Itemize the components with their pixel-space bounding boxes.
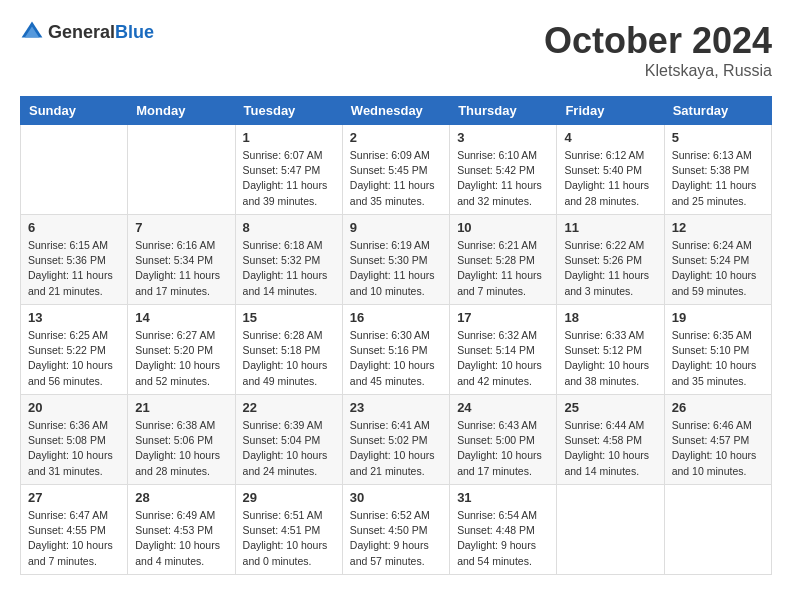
day-info: Sunrise: 6:44 AM Sunset: 4:58 PM Dayligh… <box>564 418 656 479</box>
week-row-4: 20Sunrise: 6:36 AM Sunset: 5:08 PM Dayli… <box>21 395 772 485</box>
day-number: 4 <box>564 130 656 145</box>
weekday-header-tuesday: Tuesday <box>235 97 342 125</box>
day-cell: 28Sunrise: 6:49 AM Sunset: 4:53 PM Dayli… <box>128 485 235 575</box>
day-info: Sunrise: 6:43 AM Sunset: 5:00 PM Dayligh… <box>457 418 549 479</box>
day-number: 29 <box>243 490 335 505</box>
logo-general: General <box>48 22 115 43</box>
day-info: Sunrise: 6:24 AM Sunset: 5:24 PM Dayligh… <box>672 238 764 299</box>
day-cell: 19Sunrise: 6:35 AM Sunset: 5:10 PM Dayli… <box>664 305 771 395</box>
day-info: Sunrise: 6:49 AM Sunset: 4:53 PM Dayligh… <box>135 508 227 569</box>
weekday-header-saturday: Saturday <box>664 97 771 125</box>
day-info: Sunrise: 6:33 AM Sunset: 5:12 PM Dayligh… <box>564 328 656 389</box>
day-number: 25 <box>564 400 656 415</box>
weekday-header-row: SundayMondayTuesdayWednesdayThursdayFrid… <box>21 97 772 125</box>
day-cell: 31Sunrise: 6:54 AM Sunset: 4:48 PM Dayli… <box>450 485 557 575</box>
day-cell: 2Sunrise: 6:09 AM Sunset: 5:45 PM Daylig… <box>342 125 449 215</box>
day-number: 31 <box>457 490 549 505</box>
day-number: 16 <box>350 310 442 325</box>
day-cell: 6Sunrise: 6:15 AM Sunset: 5:36 PM Daylig… <box>21 215 128 305</box>
day-info: Sunrise: 6:18 AM Sunset: 5:32 PM Dayligh… <box>243 238 335 299</box>
weekday-header-monday: Monday <box>128 97 235 125</box>
day-info: Sunrise: 6:39 AM Sunset: 5:04 PM Dayligh… <box>243 418 335 479</box>
calendar-table: SundayMondayTuesdayWednesdayThursdayFrid… <box>20 96 772 575</box>
day-number: 26 <box>672 400 764 415</box>
day-cell: 12Sunrise: 6:24 AM Sunset: 5:24 PM Dayli… <box>664 215 771 305</box>
day-info: Sunrise: 6:15 AM Sunset: 5:36 PM Dayligh… <box>28 238 120 299</box>
day-cell: 30Sunrise: 6:52 AM Sunset: 4:50 PM Dayli… <box>342 485 449 575</box>
day-cell: 9Sunrise: 6:19 AM Sunset: 5:30 PM Daylig… <box>342 215 449 305</box>
week-row-3: 13Sunrise: 6:25 AM Sunset: 5:22 PM Dayli… <box>21 305 772 395</box>
day-number: 24 <box>457 400 549 415</box>
day-cell: 20Sunrise: 6:36 AM Sunset: 5:08 PM Dayli… <box>21 395 128 485</box>
day-cell <box>557 485 664 575</box>
day-number: 30 <box>350 490 442 505</box>
logo-blue: Blue <box>115 22 154 43</box>
day-info: Sunrise: 6:46 AM Sunset: 4:57 PM Dayligh… <box>672 418 764 479</box>
day-number: 1 <box>243 130 335 145</box>
day-cell: 29Sunrise: 6:51 AM Sunset: 4:51 PM Dayli… <box>235 485 342 575</box>
day-cell: 5Sunrise: 6:13 AM Sunset: 5:38 PM Daylig… <box>664 125 771 215</box>
day-number: 14 <box>135 310 227 325</box>
day-number: 20 <box>28 400 120 415</box>
day-number: 7 <box>135 220 227 235</box>
day-cell: 7Sunrise: 6:16 AM Sunset: 5:34 PM Daylig… <box>128 215 235 305</box>
day-cell: 23Sunrise: 6:41 AM Sunset: 5:02 PM Dayli… <box>342 395 449 485</box>
weekday-header-sunday: Sunday <box>21 97 128 125</box>
day-info: Sunrise: 6:19 AM Sunset: 5:30 PM Dayligh… <box>350 238 442 299</box>
day-info: Sunrise: 6:35 AM Sunset: 5:10 PM Dayligh… <box>672 328 764 389</box>
day-info: Sunrise: 6:41 AM Sunset: 5:02 PM Dayligh… <box>350 418 442 479</box>
day-info: Sunrise: 6:47 AM Sunset: 4:55 PM Dayligh… <box>28 508 120 569</box>
day-info: Sunrise: 6:13 AM Sunset: 5:38 PM Dayligh… <box>672 148 764 209</box>
day-info: Sunrise: 6:52 AM Sunset: 4:50 PM Dayligh… <box>350 508 442 569</box>
day-info: Sunrise: 6:22 AM Sunset: 5:26 PM Dayligh… <box>564 238 656 299</box>
week-row-2: 6Sunrise: 6:15 AM Sunset: 5:36 PM Daylig… <box>21 215 772 305</box>
day-info: Sunrise: 6:54 AM Sunset: 4:48 PM Dayligh… <box>457 508 549 569</box>
day-cell: 18Sunrise: 6:33 AM Sunset: 5:12 PM Dayli… <box>557 305 664 395</box>
day-cell: 3Sunrise: 6:10 AM Sunset: 5:42 PM Daylig… <box>450 125 557 215</box>
day-cell: 16Sunrise: 6:30 AM Sunset: 5:16 PM Dayli… <box>342 305 449 395</box>
day-number: 18 <box>564 310 656 325</box>
day-info: Sunrise: 6:09 AM Sunset: 5:45 PM Dayligh… <box>350 148 442 209</box>
day-number: 6 <box>28 220 120 235</box>
day-number: 3 <box>457 130 549 145</box>
day-cell: 24Sunrise: 6:43 AM Sunset: 5:00 PM Dayli… <box>450 395 557 485</box>
day-number: 17 <box>457 310 549 325</box>
day-cell: 22Sunrise: 6:39 AM Sunset: 5:04 PM Dayli… <box>235 395 342 485</box>
weekday-header-wednesday: Wednesday <box>342 97 449 125</box>
day-info: Sunrise: 6:38 AM Sunset: 5:06 PM Dayligh… <box>135 418 227 479</box>
day-number: 10 <box>457 220 549 235</box>
day-cell <box>664 485 771 575</box>
weekday-header-friday: Friday <box>557 97 664 125</box>
page-header: General Blue October 2024 Kletskaya, Rus… <box>20 20 772 80</box>
logo: General Blue <box>20 20 154 44</box>
day-info: Sunrise: 6:25 AM Sunset: 5:22 PM Dayligh… <box>28 328 120 389</box>
day-cell: 1Sunrise: 6:07 AM Sunset: 5:47 PM Daylig… <box>235 125 342 215</box>
title-block: October 2024 Kletskaya, Russia <box>544 20 772 80</box>
day-cell: 11Sunrise: 6:22 AM Sunset: 5:26 PM Dayli… <box>557 215 664 305</box>
day-cell: 14Sunrise: 6:27 AM Sunset: 5:20 PM Dayli… <box>128 305 235 395</box>
day-number: 27 <box>28 490 120 505</box>
day-number: 5 <box>672 130 764 145</box>
day-info: Sunrise: 6:32 AM Sunset: 5:14 PM Dayligh… <box>457 328 549 389</box>
day-info: Sunrise: 6:36 AM Sunset: 5:08 PM Dayligh… <box>28 418 120 479</box>
day-number: 12 <box>672 220 764 235</box>
day-number: 19 <box>672 310 764 325</box>
day-cell: 26Sunrise: 6:46 AM Sunset: 4:57 PM Dayli… <box>664 395 771 485</box>
weekday-header-thursday: Thursday <box>450 97 557 125</box>
day-cell <box>128 125 235 215</box>
day-number: 28 <box>135 490 227 505</box>
day-number: 9 <box>350 220 442 235</box>
day-info: Sunrise: 6:21 AM Sunset: 5:28 PM Dayligh… <box>457 238 549 299</box>
day-cell: 15Sunrise: 6:28 AM Sunset: 5:18 PM Dayli… <box>235 305 342 395</box>
day-number: 22 <box>243 400 335 415</box>
week-row-1: 1Sunrise: 6:07 AM Sunset: 5:47 PM Daylig… <box>21 125 772 215</box>
day-cell: 4Sunrise: 6:12 AM Sunset: 5:40 PM Daylig… <box>557 125 664 215</box>
day-info: Sunrise: 6:51 AM Sunset: 4:51 PM Dayligh… <box>243 508 335 569</box>
week-row-5: 27Sunrise: 6:47 AM Sunset: 4:55 PM Dayli… <box>21 485 772 575</box>
day-info: Sunrise: 6:16 AM Sunset: 5:34 PM Dayligh… <box>135 238 227 299</box>
day-cell: 13Sunrise: 6:25 AM Sunset: 5:22 PM Dayli… <box>21 305 128 395</box>
day-number: 11 <box>564 220 656 235</box>
day-cell: 8Sunrise: 6:18 AM Sunset: 5:32 PM Daylig… <box>235 215 342 305</box>
day-cell: 27Sunrise: 6:47 AM Sunset: 4:55 PM Dayli… <box>21 485 128 575</box>
day-number: 2 <box>350 130 442 145</box>
